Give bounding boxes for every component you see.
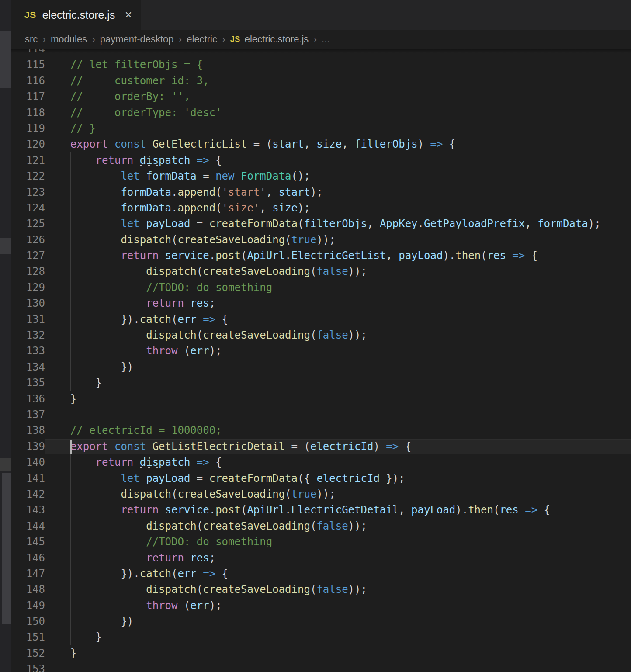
line-number[interactable]: 141 <box>11 471 45 486</box>
code-line-content[interactable]: // electricId = 1000000; <box>45 423 631 438</box>
code-line[interactable]: 145 //TODO: do something <box>11 534 631 550</box>
code-line-content[interactable]: let formData = new FormData(); <box>45 168 631 184</box>
breadcrumb-item-electric[interactable]: electric <box>187 34 217 45</box>
code-line-content[interactable]: // orderBy: '', <box>45 89 631 104</box>
code-line-content[interactable]: dispatch(createSaveLoading(false)); <box>45 518 631 534</box>
line-number[interactable]: 137 <box>11 407 45 423</box>
code-line[interactable]: 138 // electricId = 1000000; <box>11 423 631 438</box>
breadcrumb-item-modules[interactable]: modules <box>51 34 87 45</box>
breadcrumb-item-file[interactable]: JS electric.store.js <box>230 34 309 45</box>
line-number[interactable]: 124 <box>11 200 45 216</box>
code-line-content[interactable]: dispatch(createSaveLoading(false)); <box>45 582 631 597</box>
code-line-content[interactable]: // customer_id: 3, <box>45 73 631 89</box>
line-number[interactable]: 133 <box>11 343 45 359</box>
code-line[interactable]: 124 formData.append('size', size); <box>11 200 631 216</box>
code-line[interactable]: 151 } <box>11 629 631 645</box>
line-number[interactable]: 147 <box>11 566 45 582</box>
line-number[interactable]: 123 <box>11 184 45 200</box>
line-number[interactable]: 138 <box>11 423 45 438</box>
line-number[interactable]: 136 <box>11 391 45 407</box>
code-line[interactable]: 115 // let filterObjs = { <box>11 57 631 73</box>
code-line[interactable]: 126 dispatch(createSaveLoading(true)); <box>11 232 631 248</box>
code-line-content[interactable]: formData.append('size', size); <box>45 200 631 216</box>
code-line-content[interactable]: return service.post(ApiUrl.ElectricGetDe… <box>45 502 631 518</box>
tab-electric-store-js[interactable]: JS electric.store.js × <box>11 0 141 30</box>
code-line[interactable]: 144 dispatch(createSaveLoading(false)); <box>11 518 631 534</box>
code-line-content[interactable]: let payLoad = createFormData({ electricI… <box>45 471 631 486</box>
code-line-content[interactable]: return res; <box>45 550 631 566</box>
code-line[interactable]: 135 } <box>11 375 631 391</box>
line-number[interactable]: 139 <box>11 439 45 454</box>
code-line-content[interactable]: dispatch(createSaveLoading(false)); <box>45 327 631 343</box>
code-line-content[interactable]: return dispatch => { <box>45 454 631 470</box>
line-number[interactable]: 151 <box>11 629 45 645</box>
line-number[interactable]: 152 <box>11 645 45 661</box>
line-number[interactable]: 116 <box>11 73 45 89</box>
code-line[interactable]: 137 <box>11 407 631 423</box>
code-line[interactable]: 141 let payLoad = createFormData({ elect… <box>11 471 631 486</box>
side-panel-scrollbar[interactable] <box>2 473 11 624</box>
code-line[interactable]: 139 export const GetListElectricDetail =… <box>11 439 631 454</box>
code-line-content[interactable]: // } <box>45 121 631 136</box>
line-number[interactable]: 143 <box>11 502 45 518</box>
code-line[interactable]: 130 return res; <box>11 295 631 311</box>
code-line[interactable]: 120 export const GetElectricList = (star… <box>11 136 631 152</box>
code-line-content[interactable]: }) <box>45 613 631 629</box>
code-line[interactable]: 129 //TODO: do something <box>11 280 631 295</box>
code-line-content[interactable]: export const GetElectricList = (start, s… <box>45 136 631 152</box>
code-line-content[interactable]: return res; <box>45 295 631 311</box>
line-number[interactable]: 134 <box>11 359 45 375</box>
code-line[interactable]: 122 let formData = new FormData(); <box>11 168 631 184</box>
line-number[interactable]: 145 <box>11 534 45 550</box>
code-line-content[interactable]: }) <box>45 359 631 375</box>
code-line-content[interactable] <box>45 661 631 672</box>
code-line[interactable]: 121 return dispatch => { <box>11 152 631 168</box>
line-number[interactable]: 131 <box>11 312 45 327</box>
line-number[interactable]: 127 <box>11 248 45 263</box>
line-number[interactable]: 146 <box>11 550 45 566</box>
line-number[interactable]: 142 <box>11 486 45 502</box>
code-line[interactable]: 142 dispatch(createSaveLoading(true)); <box>11 486 631 502</box>
line-number[interactable]: 132 <box>11 327 45 343</box>
line-number[interactable]: 144 <box>11 518 45 534</box>
line-number[interactable]: 149 <box>11 598 45 613</box>
code-line-content[interactable]: } <box>45 645 631 661</box>
line-number[interactable]: 120 <box>11 136 45 152</box>
code-line[interactable]: 116 // customer_id: 3, <box>11 73 631 89</box>
code-line[interactable]: 150 }) <box>11 613 631 629</box>
code-line-content[interactable]: //TODO: do something <box>45 280 631 295</box>
line-number[interactable]: 118 <box>11 105 45 121</box>
line-number[interactable]: 129 <box>11 280 45 295</box>
line-number[interactable]: 128 <box>11 263 45 279</box>
code-line-content[interactable]: return dispatch => { <box>45 152 631 168</box>
code-line-content[interactable]: export const GetListElectricDetail = (el… <box>45 439 631 454</box>
breadcrumb-item-more[interactable]: ... <box>322 34 329 45</box>
code-line-content[interactable]: return service.post(ApiUrl.ElectricGetLi… <box>45 248 631 263</box>
code-line-content[interactable] <box>45 407 631 423</box>
code-line[interactable]: 132 dispatch(createSaveLoading(false)); <box>11 327 631 343</box>
line-number[interactable]: 130 <box>11 295 45 311</box>
code-line[interactable]: 133 throw (err); <box>11 343 631 359</box>
line-number[interactable]: 153 <box>11 661 45 672</box>
code-line[interactable]: 140 return dispatch => { <box>11 454 631 470</box>
code-area[interactable]: 114115 // let filterObjs = {116 // custo… <box>11 41 631 672</box>
breadcrumb-item-src[interactable]: src <box>25 34 38 45</box>
line-number[interactable]: 140 <box>11 454 45 470</box>
code-line[interactable]: 118 // orderType: 'desc' <box>11 105 631 121</box>
code-line[interactable]: 131 }).catch(err => { <box>11 312 631 327</box>
code-line[interactable]: 148 dispatch(createSaveLoading(false)); <box>11 582 631 597</box>
code-line-content[interactable]: dispatch(createSaveLoading(true)); <box>45 486 631 502</box>
code-line-content[interactable]: //TODO: do something <box>45 534 631 550</box>
code-line-content[interactable]: } <box>45 391 631 407</box>
code-line-content[interactable]: let payLoad = createFormData(filterObjs,… <box>45 216 631 232</box>
code-line-content[interactable]: throw (err); <box>45 343 631 359</box>
code-line[interactable]: 123 formData.append('start', start); <box>11 184 631 200</box>
code-line[interactable]: 146 return res; <box>11 550 631 566</box>
line-number[interactable]: 150 <box>11 613 45 629</box>
code-line[interactable]: 153 <box>11 661 631 672</box>
code-line[interactable]: 127 return service.post(ApiUrl.ElectricG… <box>11 248 631 263</box>
close-icon[interactable]: × <box>118 9 132 21</box>
code-line[interactable]: 134 }) <box>11 359 631 375</box>
code-line[interactable]: 149 throw (err); <box>11 598 631 613</box>
code-line-content[interactable]: dispatch(createSaveLoading(false)); <box>45 263 631 279</box>
